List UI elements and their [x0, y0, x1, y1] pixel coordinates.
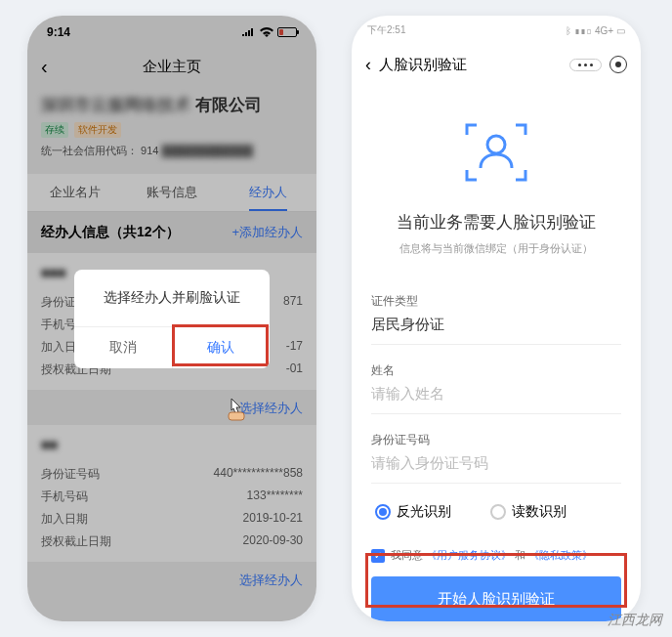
radio-off-icon — [490, 504, 506, 520]
battery-icon: ▭ — [616, 25, 625, 36]
face-scan-icon — [457, 113, 535, 191]
radio-numeric[interactable]: 读数识别 — [490, 503, 567, 521]
pointer-cursor-icon — [223, 395, 250, 422]
phone-company-profile: 9:14 ‹ 企业主页 深圳市云服网络技术 有限公司 存续 软件开发 统一社会信… — [27, 16, 316, 621]
agreement-row[interactable]: ✓ 我同意 《用户服务协议》 和 《隐私政策》 — [352, 540, 641, 576]
confirm-button[interactable]: 确认 — [173, 327, 271, 368]
watermark: 江西龙网 — [608, 612, 662, 629]
back-icon[interactable]: ‹ — [365, 55, 371, 75]
start-verification-button[interactable]: 开始人脸识别验证 — [371, 576, 621, 621]
status-bar: 下午2:51 ᛒ ▮▮▯ 4G+ ▭ — [352, 16, 641, 45]
modal-overlay: 选择经办人并刷脸认证 取消 确认 — [27, 16, 316, 621]
face-scan-illustration: 当前业务需要人脸识别验证 信息将与当前微信绑定（用于身份认证） — [352, 84, 641, 276]
id-type-value[interactable]: 居民身份证 — [371, 316, 621, 345]
name-input[interactable]: 请输入姓名 — [371, 385, 621, 414]
bluetooth-icon: ᛒ — [566, 25, 571, 36]
confirm-dialog: 选择经办人并刷脸认证 取消 确认 — [74, 270, 270, 368]
idno-input[interactable]: 请输入身份证号码 — [371, 454, 621, 484]
id-type-label: 证件类型 — [371, 293, 621, 310]
face-heading: 当前业务需要人脸识别验证 — [352, 211, 641, 234]
checkbox-checked-icon[interactable]: ✓ — [371, 549, 385, 563]
close-miniprogram-icon[interactable] — [609, 56, 627, 73]
recognition-mode-radios: 反光识别 读数识别 — [352, 484, 641, 540]
tos-link[interactable]: 《用户服务协议》 — [426, 549, 512, 561]
dialog-title: 选择经办人并刷脸认证 — [74, 270, 270, 326]
more-icon[interactable] — [569, 59, 602, 71]
phone-face-verification: 下午2:51 ᛒ ▮▮▯ 4G+ ▭ ‹ 人脸识别验证 当前业务需要人脸识别验证… — [352, 16, 641, 621]
cancel-button[interactable]: 取消 — [74, 327, 173, 368]
radio-on-icon — [375, 504, 391, 520]
radio-reflective[interactable]: 反光识别 — [375, 503, 451, 521]
signal-icon: ▮▮▯ — [574, 25, 592, 36]
svg-point-1 — [487, 136, 505, 153]
nav-title: 人脸识别验证 — [379, 56, 467, 74]
svg-rect-0 — [229, 412, 244, 420]
name-label: 姓名 — [371, 362, 621, 379]
privacy-link[interactable]: 《隐私政策》 — [528, 549, 593, 561]
idno-label: 身份证号码 — [371, 432, 621, 448]
face-subheading: 信息将与当前微信绑定（用于身份认证） — [352, 241, 641, 256]
nav-bar: ‹ 人脸识别验证 — [352, 45, 641, 84]
status-network: ᛒ ▮▮▯ 4G+ ▭ — [566, 25, 625, 36]
status-time: 下午2:51 — [367, 23, 405, 37]
